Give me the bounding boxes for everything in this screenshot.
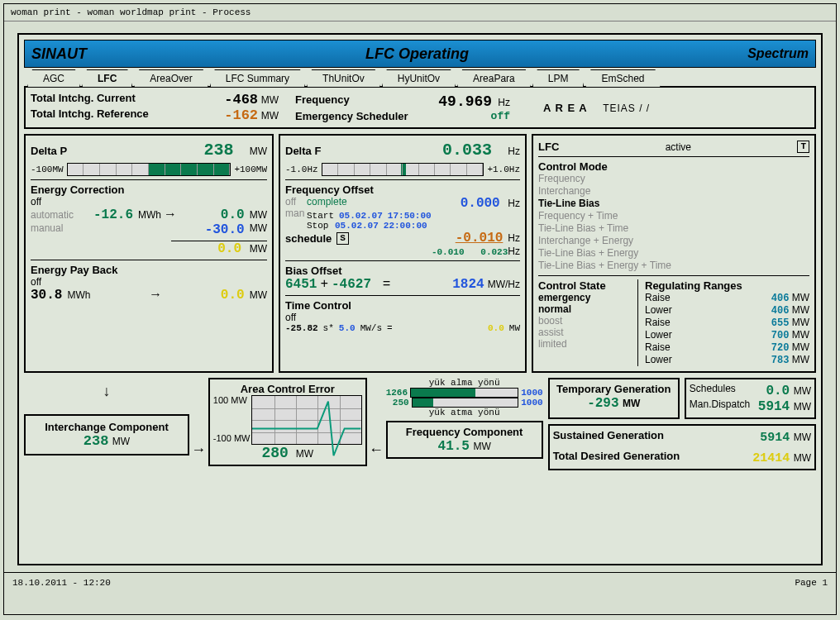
state-item[interactable]: emergency (538, 292, 637, 303)
tir-label: Total Intchg. Reference (31, 107, 149, 123)
fo-stop-date: 05.02.07 (335, 221, 379, 231)
mode-item[interactable]: Tie-Line Bias + Energy + Time (538, 260, 809, 272)
ace-bot: -100 MW (213, 433, 251, 443)
tab-lfc[interactable]: LFC (82, 69, 132, 87)
delta-f-max: +1.0Hz (487, 165, 520, 174)
fo-start-date: 05.02.07 (339, 211, 383, 221)
reg-ranges-title: Regulating Ranges (645, 279, 809, 292)
ec-state: off (31, 196, 267, 207)
fo-stop-label: Stop (307, 221, 330, 231)
tab-lfcsummary[interactable]: LFC Summary (210, 69, 305, 87)
interchange-component-box: Interchange Component 238 MW (24, 414, 189, 455)
ec-man-unit: MW (250, 222, 267, 237)
freq-value: 49.969 (438, 93, 492, 110)
state-item[interactable]: limited (538, 338, 637, 350)
fo-off: off (285, 196, 296, 207)
bias-b: -4627 (332, 277, 371, 292)
ec-man-label: manual (31, 222, 88, 237)
payback-unit: MWh (67, 289, 90, 301)
delta-f-val: 0.033 (442, 141, 492, 160)
fo-start-label: Start (307, 211, 334, 221)
area-value: TEIAS / / (603, 103, 650, 114)
tab-areapara[interactable]: AreaPara (457, 69, 531, 87)
area-label: A R E A (543, 102, 588, 114)
lfc-state: active (666, 141, 691, 153)
payback-state: off (31, 276, 267, 288)
yt-right: 1000 (521, 398, 542, 408)
ya-left: 1266 (386, 388, 408, 398)
freq-label: Frequency (295, 93, 350, 110)
bias-eq: 1824 (452, 277, 484, 292)
sg-title: Sustained Generation (553, 429, 664, 445)
schedule-v2: -0.010 (432, 247, 465, 257)
delta-f-title: Delta F (285, 145, 321, 157)
sch-unit: MW (794, 385, 811, 397)
mode-item[interactable]: Tie-Line Bias + Energy (538, 247, 809, 260)
fo-unit: Hz (508, 198, 520, 209)
mode-item-active[interactable]: Tie-Line Bias (538, 198, 809, 210)
tg-title: Temporary Generation (553, 383, 675, 395)
tab-emsched[interactable]: EmSched (585, 69, 660, 87)
tg-unit: MW (623, 398, 640, 409)
header-bar: SINAUT LFC Operating Spectrum (24, 40, 816, 68)
schedule-label: schedule (285, 232, 332, 245)
footer-page: Page 1 (795, 578, 828, 588)
ace-chart (251, 395, 361, 445)
delta-f-box: Delta F 0.033 Hz -1.0Hz +1.0Hz Frequency… (279, 134, 527, 373)
md-title: Man.Dispatch (690, 398, 750, 414)
time-control-title: Time Control (285, 299, 520, 312)
fo-man: man (285, 207, 304, 219)
schedule-v3: 0.023 (480, 247, 508, 257)
control-mode-title: Control Mode (538, 160, 809, 173)
delta-p-val: 238 (203, 141, 233, 160)
mode-item[interactable]: Tie-Line Bias + Time (538, 222, 809, 235)
lfc-t-button[interactable]: T (797, 141, 809, 153)
ec-man-val: -30.0 (205, 222, 245, 237)
tc-state: off (285, 312, 520, 323)
ec-auto-val: -12.6 (93, 207, 133, 222)
tab-agc[interactable]: AGC (27, 69, 80, 87)
sg-val: 5914 (760, 431, 790, 445)
tab-areaover[interactable]: AreaOver (134, 69, 208, 87)
delta-p-unit: MW (250, 145, 267, 157)
schedule-s-icon[interactable]: S (336, 232, 349, 245)
freq-offset-title: Frequency Offset (285, 184, 520, 196)
tir-value: -162 (224, 107, 258, 123)
tab-hyunitov[interactable]: HyUnitOv (382, 69, 456, 87)
temp-gen-box: Temporary Generation -293 MW (548, 378, 680, 419)
mode-item[interactable]: Interchange (538, 185, 809, 198)
bias-a: 6451 (285, 277, 317, 292)
tg-val: -293 (587, 396, 618, 411)
ec-auto-label: automatic (31, 209, 88, 221)
fc-val: 41.5 (438, 439, 470, 454)
footer-date: 18.10.2011 - 12:20 (12, 578, 111, 588)
fo-val: 0.000 (461, 196, 500, 211)
state-item[interactable]: normal (538, 303, 637, 315)
arrow-right-icon: → (166, 207, 174, 222)
energy-correction-title: Energy Correction (31, 184, 267, 196)
arrow-right-icon: → (95, 288, 215, 303)
ace-title: Area Control Error (213, 383, 362, 395)
state-item[interactable]: boost (538, 315, 637, 327)
mode-item[interactable]: Frequency (538, 173, 809, 185)
tc-rate-unit: MW/s (360, 323, 382, 333)
tdg-title: Total Desired Generation (553, 450, 680, 465)
arrow-left-icon: ← (372, 442, 381, 470)
delta-p-title: Delta P (31, 145, 67, 157)
tab-row: AGC LFC AreaOver LFC Summary ThUnitOv Hy… (27, 69, 816, 87)
bias-offset-title: Bias Offset (285, 265, 520, 277)
control-state-title: Control State (538, 279, 637, 292)
mode-item[interactable]: Interchange + Energy (538, 235, 809, 247)
delta-p-max: +100MW (234, 165, 267, 174)
delta-f-min: -1.0Hz (285, 165, 318, 174)
state-item[interactable]: assist (538, 327, 637, 338)
fc-unit: MW (473, 441, 490, 452)
mode-item[interactable]: Frequency + Time (538, 210, 809, 222)
tab-thunitov[interactable]: ThUnitOv (307, 69, 380, 87)
tic-label: Total Intchg. Current (31, 92, 136, 107)
ya-right: 1000 (521, 388, 542, 398)
ec-auto-unit: MWh (138, 209, 161, 221)
delta-p-gauge (67, 163, 231, 176)
tab-lpm[interactable]: LPM (532, 69, 585, 87)
delta-p-min: -100MW (31, 165, 64, 174)
